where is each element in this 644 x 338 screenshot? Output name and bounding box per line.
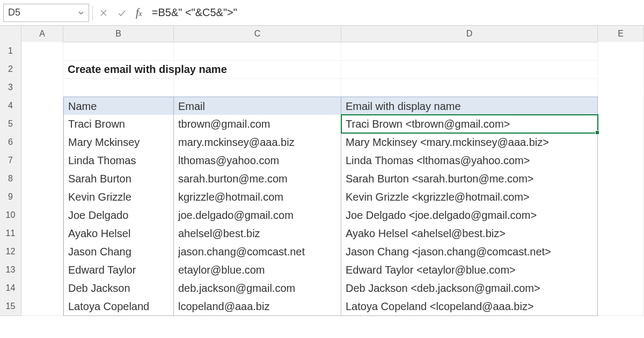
cell-name[interactable]: Ayako Helsel	[63, 224, 174, 243]
col-header-D[interactable]: D	[341, 26, 598, 42]
spreadsheet-grid[interactable]: A B C D E 1 2 Create email with display …	[0, 26, 644, 315]
cell[interactable]	[21, 42, 63, 61]
formula-input[interactable]	[149, 4, 641, 22]
cell-email[interactable]: ahelsel@best.biz	[174, 224, 341, 243]
cell-name[interactable]: Traci Brown	[63, 115, 174, 134]
select-all-corner[interactable]	[0, 26, 21, 42]
cell-name[interactable]: Mary Mckinsey	[63, 133, 174, 152]
cell-email[interactable]: lthomas@yahoo.com	[174, 151, 341, 170]
cell-name[interactable]: Deb Jackson	[63, 279, 174, 298]
row-header[interactable]: 14	[0, 279, 21, 298]
cell[interactable]	[21, 115, 63, 134]
row-header[interactable]: 15	[0, 297, 21, 316]
row-header[interactable]: 2	[0, 60, 21, 79]
cell[interactable]	[598, 170, 644, 188]
cell-name[interactable]: Linda Thomas	[63, 151, 174, 170]
cell[interactable]	[598, 188, 644, 207]
cell[interactable]	[598, 243, 644, 261]
cell[interactable]	[21, 224, 63, 243]
cell[interactable]	[598, 133, 644, 152]
cell[interactable]	[21, 78, 63, 97]
name-box[interactable]: D5	[3, 4, 89, 22]
cell[interactable]	[598, 224, 644, 243]
cell[interactable]	[21, 170, 63, 188]
row-header[interactable]: 4	[0, 97, 21, 115]
cell-email[interactable]: deb.jackson@gmail.com	[174, 279, 341, 298]
chevron-down-icon[interactable]	[78, 10, 84, 16]
row-header[interactable]: 10	[0, 206, 21, 225]
cell-display[interactable]: Edward Taylor <etaylor@blue.com>	[341, 261, 598, 280]
cell[interactable]	[21, 279, 63, 298]
cell-email[interactable]: lcopeland@aaa.biz	[174, 297, 341, 316]
cell[interactable]	[598, 78, 644, 97]
row-header[interactable]: 12	[0, 243, 21, 261]
cell-name[interactable]: Edward Taylor	[63, 261, 174, 280]
cell-email[interactable]: kgrizzle@hotmail.com	[174, 188, 341, 207]
cell-name[interactable]: Kevin Grizzle	[63, 188, 174, 207]
cell-display[interactable]: Jason Chang <jason.chang@comcast.net>	[341, 243, 598, 261]
table-header-display[interactable]: Email with display name	[341, 97, 598, 115]
cell-email[interactable]: etaylor@blue.com	[174, 261, 341, 280]
cell-email[interactable]: jason.chang@comcast.net	[174, 243, 341, 261]
cell[interactable]	[63, 78, 174, 97]
page-title[interactable]: Create email with display name	[63, 60, 174, 79]
cell-email[interactable]: joe.delgado@gmail.com	[174, 206, 341, 225]
cell-display[interactable]: Kevin Grizzle <kgrizzle@hotmail.com>	[341, 188, 598, 207]
cell[interactable]	[341, 78, 598, 97]
cancel-icon[interactable]	[96, 5, 111, 20]
cell-name[interactable]: Jason Chang	[63, 243, 174, 261]
cell[interactable]	[598, 206, 644, 225]
col-header-B[interactable]: B	[63, 26, 174, 42]
row-header[interactable]: 9	[0, 188, 21, 207]
row-header[interactable]: 3	[0, 78, 21, 97]
cell-email[interactable]: sarah.burton@me.com	[174, 170, 341, 188]
cell[interactable]	[21, 60, 63, 79]
cell-name[interactable]: Sarah Burton	[63, 170, 174, 188]
cell[interactable]	[598, 261, 644, 280]
cell-display[interactable]: Sarah Burton <sarah.burton@me.com>	[341, 170, 598, 188]
cell-display[interactable]: Deb Jackson <deb.jackson@gmail.com>	[341, 279, 598, 298]
cell[interactable]	[21, 188, 63, 207]
cell[interactable]	[598, 297, 644, 316]
table-header-email[interactable]: Email	[174, 97, 341, 115]
cell[interactable]	[21, 97, 63, 115]
enter-icon[interactable]	[114, 5, 129, 20]
cell-display[interactable]: Joe Delgado <joe.delgado@gmail.com>	[341, 206, 598, 225]
cell-display[interactable]: Latoya Copeland <lcopeland@aaa.biz>	[341, 297, 598, 316]
row-header[interactable]: 8	[0, 170, 21, 188]
table-header-name[interactable]: Name	[63, 97, 174, 115]
cell[interactable]	[21, 133, 63, 152]
cell-email[interactable]: mary.mckinsey@aaa.biz	[174, 133, 341, 152]
cell[interactable]	[63, 42, 174, 61]
cell-email[interactable]: tbrown@gmail.com	[174, 115, 341, 134]
fx-icon[interactable]: fx	[133, 6, 145, 19]
cell[interactable]	[21, 151, 63, 170]
row-header[interactable]: 5	[0, 115, 21, 134]
cell[interactable]	[341, 42, 598, 61]
row-header[interactable]: 11	[0, 224, 21, 243]
cell[interactable]	[598, 42, 644, 61]
cell[interactable]	[598, 60, 644, 79]
cell[interactable]	[598, 151, 644, 170]
cell-name[interactable]: Latoya Copeland	[63, 297, 174, 316]
cell-display[interactable]: Ayako Helsel <ahelsel@best.biz>	[341, 224, 598, 243]
cell[interactable]	[174, 78, 341, 97]
cell-name[interactable]: Joe Delgado	[63, 206, 174, 225]
col-header-A[interactable]: A	[21, 26, 63, 42]
row-header[interactable]: 6	[0, 133, 21, 152]
cell[interactable]	[174, 60, 341, 79]
row-header[interactable]: 7	[0, 151, 21, 170]
cell[interactable]	[341, 60, 598, 79]
col-header-C[interactable]: C	[174, 26, 341, 42]
cell[interactable]	[598, 115, 644, 134]
cell-display[interactable]: Traci Brown <tbrown@gmail.com>	[341, 115, 598, 134]
cell[interactable]	[598, 97, 644, 115]
cell-display[interactable]: Linda Thomas <lthomas@yahoo.com>	[341, 151, 598, 170]
cell[interactable]	[21, 206, 63, 225]
cell[interactable]	[598, 279, 644, 298]
row-header[interactable]: 1	[0, 42, 21, 61]
row-header[interactable]: 13	[0, 261, 21, 280]
cell[interactable]	[21, 297, 63, 316]
col-header-E[interactable]: E	[598, 26, 644, 42]
cell[interactable]	[21, 261, 63, 280]
